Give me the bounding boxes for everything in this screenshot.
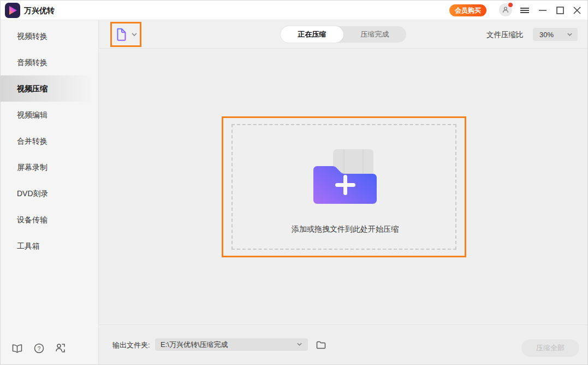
- sidebar-footer: ?: [1, 338, 99, 358]
- main-content: 添加或拖拽文件到此处开始压缩: [99, 49, 588, 325]
- chevron-down-icon: [567, 32, 573, 37]
- file-dropzone[interactable]: 添加或拖拽文件到此处开始压缩: [231, 124, 456, 250]
- output-folder-select[interactable]: E:\万兴优转\压缩完成: [155, 338, 308, 351]
- sidebar-item-video-compress[interactable]: 视频压缩: [1, 75, 98, 102]
- compression-ratio-label: 文件压缩比: [486, 30, 524, 40]
- contact-us-icon[interactable]: [54, 342, 67, 355]
- person-icon: [502, 6, 509, 14]
- bottombar: 输出文件夹: E:\万兴优转\压缩完成 压缩全部: [99, 325, 588, 365]
- dropzone-hint: 添加或拖拽文件到此处开始压缩: [233, 225, 458, 234]
- minimize-button[interactable]: [535, 3, 550, 18]
- sidebar-item-dvd-burn[interactable]: DVD刻录: [1, 180, 98, 207]
- close-button[interactable]: [569, 3, 585, 18]
- sidebar: 视频转换 音频转换 视频压缩 视频编辑 合并转换 屏幕录制 DVD刻录 设备传输…: [1, 20, 99, 365]
- browse-folder-icon[interactable]: [314, 338, 328, 351]
- compression-ratio-select[interactable]: 30%: [533, 28, 578, 41]
- sidebar-item-video-convert[interactable]: 视频转换: [1, 23, 98, 49]
- app-logo-icon: [5, 3, 20, 18]
- buy-membership-button[interactable]: 会员购买: [449, 4, 486, 16]
- guide-book-icon[interactable]: [10, 342, 23, 355]
- svg-text:?: ?: [37, 345, 40, 351]
- add-file-button[interactable]: [114, 26, 139, 43]
- output-folder-path: E:\万兴优转\压缩完成: [161, 340, 228, 350]
- app-title: 万兴优转: [24, 6, 55, 16]
- maximize-button[interactable]: [553, 3, 568, 18]
- sidebar-item-merge-convert[interactable]: 合并转换: [1, 128, 98, 154]
- chevron-down-icon: [131, 32, 138, 37]
- tab-compressing[interactable]: 正在压缩: [281, 26, 343, 43]
- sidebar-item-video-edit[interactable]: 视频编辑: [1, 102, 98, 128]
- titlebar: 万兴优转 会员购买: [1, 1, 588, 20]
- app-window: 万兴优转 会员购买 视频转换 音频转换 视频压缩 视频编辑 合并转换 屏幕: [0, 0, 588, 365]
- sidebar-item-device-transfer[interactable]: 设备传输: [1, 207, 98, 233]
- sidebar-item-screen-record[interactable]: 屏幕录制: [1, 154, 98, 180]
- output-folder-label: 输出文件夹:: [112, 340, 150, 350]
- add-file-icon: [114, 26, 129, 43]
- status-tabs: 正在压缩 压缩完成: [281, 26, 406, 43]
- toolbar: 正在压缩 压缩完成 文件压缩比 30%: [99, 20, 588, 49]
- compress-all-button[interactable]: 压缩全部: [521, 339, 579, 357]
- user-avatar[interactable]: [499, 3, 512, 16]
- tab-compress-finished[interactable]: 压缩完成: [343, 26, 406, 43]
- menu-button[interactable]: [517, 3, 532, 18]
- dropzone-highlight-box: 添加或拖拽文件到此处开始压缩: [222, 116, 466, 257]
- notification-dot: [508, 3, 513, 7]
- chevron-down-icon: [296, 342, 302, 346]
- compression-ratio-value: 30%: [539, 31, 554, 39]
- help-icon[interactable]: ?: [32, 342, 45, 355]
- sidebar-item-audio-convert[interactable]: 音频转换: [1, 49, 98, 75]
- sidebar-item-toolbox[interactable]: 工具箱: [1, 233, 98, 259]
- add-folder-icon: [312, 148, 378, 205]
